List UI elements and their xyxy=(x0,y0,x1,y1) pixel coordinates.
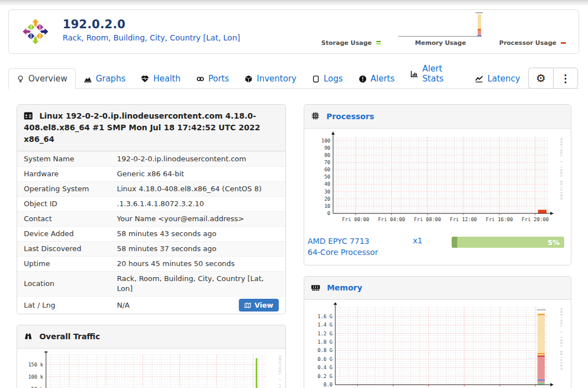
cpu-usage-bar: 5% xyxy=(452,237,564,248)
overall-traffic-title: Overall Traffic xyxy=(39,332,100,341)
svg-text:1.0 G: 1.0 G xyxy=(318,339,333,345)
svg-text:10: 10 xyxy=(324,203,330,209)
processor-usage-sparkline[interactable]: Processor Usage xyxy=(499,39,566,47)
kebab-menu-icon: ⋮ xyxy=(560,72,571,85)
svg-text:1.6 G: 1.6 G xyxy=(318,314,333,319)
table-row: HardwareGeneric x86 64-bit xyxy=(17,166,285,181)
processor-mini-graph xyxy=(561,40,566,47)
svg-text:1.2 G: 1.2 G xyxy=(318,330,333,336)
svg-text:70: 70 xyxy=(324,160,330,165)
memory-usage-sparkline[interactable]: Memory Usage xyxy=(398,12,483,47)
system-info-header: Linux 192-0-2-0.ip.linodeusercontent.com… xyxy=(17,105,285,151)
svg-text:Fri 12:00: Fri 12:00 xyxy=(450,217,477,222)
centos-logo-icon xyxy=(22,18,49,45)
cpu-usage-percent: 5% xyxy=(548,237,560,248)
table-row: Device Added58 minutes 43 seconds ago xyxy=(17,226,285,241)
table-row: System Name192-0-2-0.ip.linodeuserconten… xyxy=(17,151,285,166)
svg-text:RRDTOOL / TOBI OETIKER: RRDTOOL / TOBI OETIKER xyxy=(560,308,563,370)
processors-chart[interactable]: 0102030405060708090100Fri 00:00Fri 04:00… xyxy=(308,131,563,227)
chart-area-icon xyxy=(84,75,92,83)
tab-label: Ports xyxy=(208,74,229,84)
tab-inventory[interactable]: Inventory xyxy=(237,69,304,89)
tab-alert-stats[interactable]: Alert Stats xyxy=(402,59,467,89)
binoculars-icon xyxy=(24,332,33,340)
tab-logs[interactable]: Logs xyxy=(304,69,351,89)
svg-text:Fri 20:00: Fri 20:00 xyxy=(521,217,549,222)
file-icon xyxy=(312,75,320,83)
cpu-list-row: AMD EPYC 7713 64-Core Processor x1 5% xyxy=(304,231,571,265)
svg-text:Fri 08:00: Fri 08:00 xyxy=(414,217,441,222)
overall-traffic-panel: Overall Traffic 050 k100 k150 kFri 00:00… xyxy=(17,325,286,388)
view-map-button[interactable]: View xyxy=(239,299,279,312)
svg-text:1.4 G: 1.4 G xyxy=(318,322,333,328)
tab-latency[interactable]: Latency xyxy=(467,69,528,89)
memory-header[interactable]: Memory xyxy=(304,277,571,300)
header-sparklines: Storage Usage Memory Usage Processor Usa… xyxy=(321,12,566,47)
tab-alerts[interactable]: Alerts xyxy=(351,69,403,89)
overall-traffic-header: Overall Traffic xyxy=(17,325,285,349)
table-row: Operating SystemLinux 4.18.0-408.el8.x86… xyxy=(17,181,285,196)
svg-text:30: 30 xyxy=(324,189,330,195)
storage-usage-sparkline[interactable]: Storage Usage xyxy=(321,39,382,47)
tab-label: Inventory xyxy=(257,74,296,84)
tab-health[interactable]: Health xyxy=(133,69,188,89)
bar-chart-icon xyxy=(410,70,418,78)
device-header-card: 192.0.2.0 Rack, Room, Building, City, Co… xyxy=(8,9,579,54)
cube-icon xyxy=(244,75,253,83)
svg-text:60: 60 xyxy=(324,167,330,172)
table-row: Last Discovered58 minutes 37 seconds ago xyxy=(17,241,285,256)
system-title: Linux 192-0-2-0.ip.linodeusercontent.com… xyxy=(24,111,260,144)
table-row: ContactYour Name <your@email.address> xyxy=(17,211,285,226)
lightbulb-icon xyxy=(17,75,24,83)
tab-graphs[interactable]: Graphs xyxy=(76,69,134,89)
svg-text:40: 40 xyxy=(324,181,330,187)
map-icon xyxy=(244,302,251,309)
svg-text:90: 90 xyxy=(324,145,330,151)
tab-overview[interactable]: Overview xyxy=(8,68,76,89)
cpu-name-link[interactable]: AMD EPYC 7713 64-Core Processor xyxy=(308,236,413,258)
memory-mini-graph xyxy=(398,12,483,38)
svg-text:100 k: 100 k xyxy=(28,374,44,380)
link-icon xyxy=(196,75,204,83)
svg-text:0.8 G: 0.8 G xyxy=(318,348,333,353)
processor-usage-label: Processor Usage xyxy=(499,39,556,47)
table-row: Uptime20 hours 45 minutes 50 seconds xyxy=(17,256,285,271)
svg-text:Fri 16:00: Fri 16:00 xyxy=(486,217,513,222)
device-title: 192.0.2.0 xyxy=(63,18,240,31)
svg-text:80: 80 xyxy=(324,152,330,158)
svg-text:Fri 00:00: Fri 00:00 xyxy=(342,217,369,222)
device-tabbar: Overview Graphs Health Ports Inventory L… xyxy=(8,67,579,89)
memory-panel: Memory 0.00.2 G0.4 G0.6 G0.8 G1.0 G1.2 G… xyxy=(304,276,571,388)
storage-usage-label: Storage Usage xyxy=(321,39,372,47)
svg-text:20: 20 xyxy=(324,196,330,202)
tab-label: Logs xyxy=(324,74,343,84)
svg-text:100: 100 xyxy=(321,138,330,144)
svg-text:Fri 04:00: Fri 04:00 xyxy=(378,217,405,222)
svg-text:RRDTOOL / TOBI OETIKER: RRDTOOL / TOBI OETIKER xyxy=(278,356,281,388)
svg-text:150 k: 150 k xyxy=(28,362,44,367)
storage-mini-graph xyxy=(376,40,382,47)
svg-text:0.0: 0.0 xyxy=(324,382,333,387)
tab-label: Alert Stats xyxy=(422,64,459,84)
memory-chart[interactable]: 0.00.2 G0.4 G0.6 G0.8 G1.0 G1.2 G1.4 G1.… xyxy=(308,303,563,388)
navbar-bottom-edge xyxy=(0,0,588,4)
overall-traffic-chart[interactable]: 050 k100 k150 kFri 00:00Fri 04:00Fri 08:… xyxy=(21,351,281,388)
processors-header[interactable]: Processors xyxy=(304,105,571,129)
table-row: LocationRack, Room, Building, City, Coun… xyxy=(17,271,285,296)
tab-label: Latency xyxy=(487,74,520,84)
system-info-table: System Name192-0-2-0.ip.linodeuserconten… xyxy=(17,151,285,314)
system-info-panel: Linux 192-0-2-0.ip.linodeusercontent.com… xyxy=(17,104,286,314)
svg-text:0.2 G: 0.2 G xyxy=(318,373,333,379)
heartbeat-icon xyxy=(141,75,149,83)
more-options-button[interactable]: ⋮ xyxy=(553,68,578,89)
device-location-link[interactable]: Rack, Room, Building, City, Country [Lat… xyxy=(63,33,240,42)
left-column: Linux 192-0-2-0.ip.linodeusercontent.com… xyxy=(17,104,286,388)
tab-ports[interactable]: Ports xyxy=(188,69,237,89)
table-row: Lat / Lng N/A View xyxy=(17,296,285,314)
memory-icon xyxy=(311,284,320,292)
id-card-icon xyxy=(24,112,33,120)
right-column: Processors 0102030405060708090100Fri 00:… xyxy=(304,104,571,388)
device-settings-button[interactable]: ⚙ xyxy=(528,68,553,89)
table-row: Object ID.1.3.6.1.4.1.8072.3.2.10 xyxy=(17,196,285,211)
memory-usage-label: Memory Usage xyxy=(415,39,466,47)
